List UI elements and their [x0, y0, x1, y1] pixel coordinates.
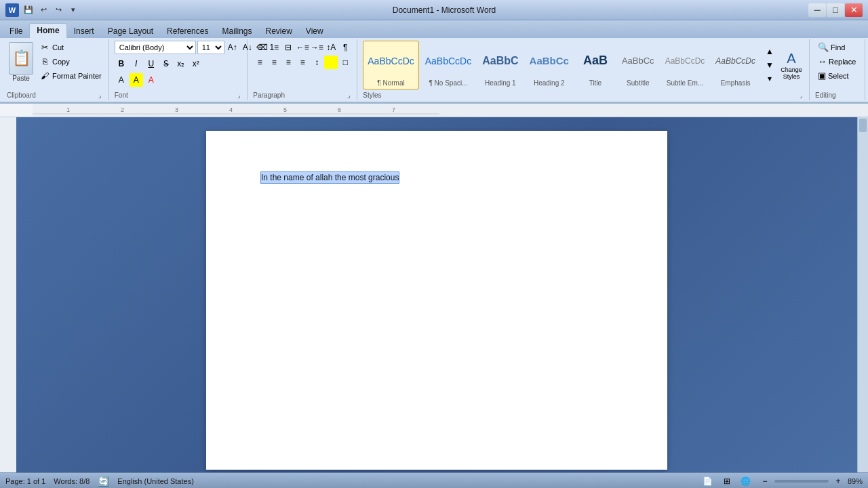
ribbon: File Home Insert Page Layout References …: [0, 20, 868, 104]
tab-page-layout[interactable]: Page Layout: [101, 24, 160, 38]
editing-buttons: 🔍 Find ↔ Replace ▣ Select: [815, 41, 859, 82]
find-button[interactable]: 🔍 Find: [815, 41, 859, 54]
font-label: Font: [115, 90, 128, 99]
show-marks-btn[interactable]: ¶: [338, 41, 352, 54]
font-size-select[interactable]: 11: [197, 41, 224, 54]
print-layout-btn[interactable]: 📄: [701, 474, 715, 488]
paste-icon: 📋: [9, 42, 33, 75]
numbering-btn[interactable]: 1≡: [267, 41, 281, 54]
paste-button[interactable]: 📋 Paste: [7, 41, 35, 83]
font-expand-btn[interactable]: ⌟: [235, 91, 243, 99]
svg-rect-9: [0, 117, 16, 472]
bullets-btn[interactable]: ≡: [253, 41, 267, 54]
change-styles-label: Change Styles: [780, 66, 803, 80]
document-scroll[interactable]: In the name of allah the most gracious: [16, 117, 857, 472]
style-heading1[interactable]: AaBbC Heading 1: [477, 41, 523, 89]
styles-scroll-up[interactable]: ▲: [763, 45, 776, 58]
style-emphasis-preview: AaBbCcDc: [715, 43, 755, 78]
clipboard-expand-btn[interactable]: ⌟: [96, 91, 104, 99]
justify-btn[interactable]: ≡: [296, 56, 309, 69]
underline-button[interactable]: U: [144, 57, 158, 70]
italic-button[interactable]: I: [130, 57, 143, 70]
web-layout-btn[interactable]: 🌐: [739, 474, 753, 488]
tab-mailings[interactable]: Mailings: [215, 24, 258, 38]
titlebar-left: W 💾 ↩ ↪ ▾: [5, 3, 80, 17]
style-subtitle-label: Subtitle: [627, 79, 649, 87]
style-title[interactable]: AaB Title: [575, 41, 616, 89]
zoom-out-btn[interactable]: −: [758, 474, 772, 488]
style-subtitle[interactable]: AaBbCc Subtitle: [617, 41, 659, 89]
zoom-slider[interactable]: [774, 480, 829, 483]
scroll-thumb[interactable]: [859, 119, 867, 132]
close-button[interactable]: ✕: [845, 3, 863, 17]
sort-btn[interactable]: ↕A: [324, 41, 338, 54]
replace-icon: ↔: [818, 56, 827, 66]
shading-btn[interactable]: [324, 56, 338, 69]
style-h1-label: Heading 1: [485, 79, 516, 87]
tab-review[interactable]: Review: [258, 24, 298, 38]
style-h1-preview: AaBbC: [482, 43, 518, 78]
page-status: Page: 1 of 1: [5, 477, 45, 485]
undo-quick-btn[interactable]: ↩: [37, 3, 50, 17]
change-styles-icon: A: [787, 51, 795, 66]
svg-text:2: 2: [121, 106, 124, 113]
tab-view[interactable]: View: [299, 24, 330, 38]
align-right-btn[interactable]: ≡: [281, 56, 295, 69]
multilevel-btn[interactable]: ⊟: [281, 41, 295, 54]
style-heading2[interactable]: AaBbCc Heading 2: [525, 41, 574, 89]
save-quick-btn[interactable]: 💾: [22, 3, 35, 17]
borders-btn[interactable]: □: [338, 56, 352, 69]
subscript-btn[interactable]: x₂: [174, 57, 188, 70]
styles-scroll: ▲ ▼ ▾: [763, 45, 776, 85]
style-subtle-em[interactable]: AaBbCcDc Subtle Em...: [660, 41, 710, 89]
ruler: 1 2 3 4 5 6 7: [0, 104, 868, 117]
document-page[interactable]: In the name of allah the most gracious: [206, 131, 667, 470]
decrease-indent-btn[interactable]: ←≡: [296, 41, 309, 54]
copy-icon: ⎘: [39, 56, 50, 67]
cut-label: Cut: [52, 43, 64, 52]
line-spacing-btn[interactable]: ↕: [310, 56, 323, 69]
bold-button[interactable]: B: [115, 57, 128, 70]
replace-button[interactable]: ↔ Replace: [815, 55, 859, 68]
vertical-ruler: [0, 117, 16, 472]
style-subtitle-preview: AaBbCc: [622, 43, 654, 78]
document-paragraph: In the name of allah the most gracious: [260, 171, 613, 184]
select-button[interactable]: ▣ Select: [815, 69, 859, 82]
full-screen-btn[interactable]: ⊞: [720, 474, 734, 488]
styles-scroll-down[interactable]: ▼: [763, 58, 776, 72]
redo-quick-btn[interactable]: ↪: [52, 3, 65, 17]
maximize-button[interactable]: □: [827, 3, 844, 17]
para-expand-btn[interactable]: ⌟: [344, 91, 353, 99]
font-color-btn[interactable]: A: [144, 73, 158, 87]
minimize-button[interactable]: ─: [808, 3, 826, 17]
copy-button[interactable]: ⎘ Copy: [37, 55, 104, 68]
align-center-btn[interactable]: ≡: [267, 56, 281, 69]
style-normal[interactable]: AaBbCcDc ¶ Normal: [363, 41, 418, 89]
change-styles-btn[interactable]: A Change Styles: [778, 45, 805, 85]
grow-font-btn[interactable]: A↑: [226, 41, 239, 54]
format-painter-button[interactable]: 🖌 Format Painter: [37, 69, 104, 83]
tab-file[interactable]: File: [3, 24, 29, 38]
align-left-btn[interactable]: ≡: [253, 56, 267, 69]
format-painter-label: Format Painter: [52, 72, 102, 80]
copy-label: Copy: [52, 58, 70, 66]
superscript-btn[interactable]: x²: [189, 57, 203, 70]
vertical-scrollbar[interactable]: [857, 117, 868, 472]
increase-indent-btn[interactable]: →≡: [310, 41, 323, 54]
qa-dropdown-btn[interactable]: ▾: [66, 3, 80, 17]
strikethrough-btn[interactable]: S̶: [159, 57, 173, 70]
track-icon: 🔄: [98, 476, 109, 487]
cut-button[interactable]: ✂ Cut: [37, 41, 104, 54]
styles-expand-btn[interactable]: ⌟: [797, 91, 805, 99]
zoom-in-btn[interactable]: +: [831, 474, 845, 488]
styles-more-btn[interactable]: ▾: [763, 72, 776, 85]
tab-home[interactable]: Home: [29, 23, 66, 38]
font-row1: Calibri (Body) 11 A↑ A↓ ⌫: [115, 41, 269, 54]
text-effect-btn[interactable]: A: [115, 73, 128, 87]
style-no-spacing[interactable]: AaBbCcDc ¶ No Spaci...: [420, 41, 476, 89]
highlight-btn[interactable]: A: [130, 73, 143, 87]
style-emphasis[interactable]: AaBbCcDc Emphasis: [711, 41, 760, 89]
tab-insert[interactable]: Insert: [67, 24, 101, 38]
tab-references[interactable]: References: [160, 24, 215, 38]
font-name-select[interactable]: Calibri (Body): [115, 41, 196, 54]
